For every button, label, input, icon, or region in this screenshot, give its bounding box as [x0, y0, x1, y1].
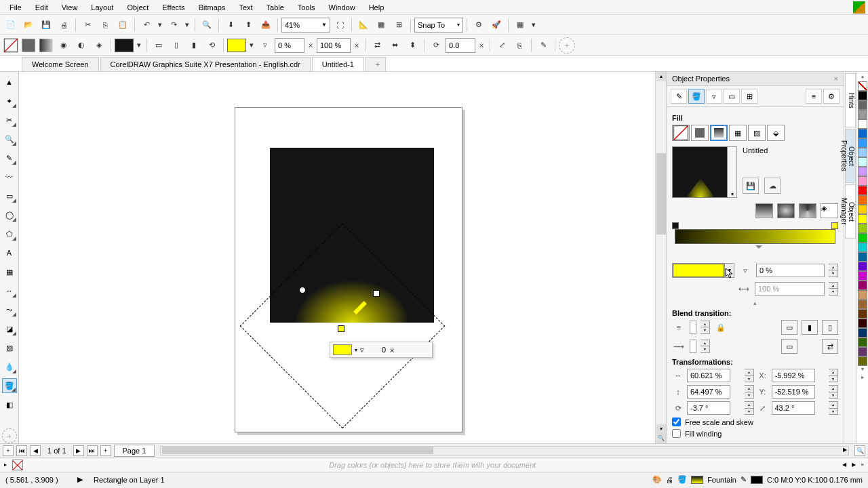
first-color-swatch[interactable]	[115, 39, 134, 52]
rulers-button[interactable]: 📐	[355, 17, 372, 33]
uniform-fill-icon[interactable]	[20, 37, 37, 54]
cut-button[interactable]: ✂	[79, 17, 96, 33]
zoom-select[interactable]: 41%▼	[281, 18, 330, 33]
smart-fill-tool[interactable]: ◧	[2, 397, 17, 412]
mirror-h-icon[interactable]: ⬌	[387, 37, 403, 54]
popup-dropdown-icon[interactable]: ▾	[355, 347, 357, 353]
table-tool[interactable]: ▦	[2, 264, 17, 279]
palette-down-button[interactable]: ▾	[861, 366, 864, 374]
fill-pattern-button[interactable]: ▦	[729, 125, 747, 141]
menu-view[interactable]: View	[55, 1, 85, 14]
palette-swatch[interactable]	[858, 129, 867, 138]
navigator-button[interactable]: 🔍	[656, 434, 666, 443]
fill-uniform-button[interactable]	[691, 125, 709, 141]
crop-tool[interactable]: ✂	[2, 113, 17, 127]
blend-direct-button[interactable]: ▭	[781, 320, 797, 335]
fill-fountain-button[interactable]	[710, 125, 728, 141]
rotate-spin[interactable]: ⨰	[477, 37, 486, 54]
hscroll-thumb[interactable]	[162, 447, 433, 454]
rail-tab-object-properties[interactable]: Object Properties	[845, 129, 856, 183]
gradient-bar[interactable]	[675, 229, 835, 244]
palette-swatch[interactable]	[858, 119, 867, 129]
height-spin[interactable]: ▴▾	[745, 385, 754, 399]
gradient-end-handle[interactable]	[373, 290, 380, 297]
width-input[interactable]	[687, 369, 730, 382]
rail-tab-object-manager[interactable]: Object Manager	[845, 184, 856, 239]
node-color-dropdown[interactable]: ▾	[248, 37, 256, 54]
snap-select[interactable]: Snap To▾	[414, 18, 463, 33]
node-color-picker[interactable]: ▾	[672, 263, 734, 278]
copy-button[interactable]: ⎘	[97, 17, 113, 33]
fill-winding-checkbox[interactable]: Fill winding	[672, 429, 838, 438]
tab-welcome[interactable]: Welcome Screen	[22, 57, 99, 71]
menu-text[interactable]: Text	[232, 1, 259, 14]
fill-swatch[interactable]	[691, 476, 703, 484]
tray-flyout-icon[interactable]: ▸	[4, 462, 7, 468]
square-fill-icon[interactable]: ◈	[91, 37, 107, 54]
blend-steps-spin[interactable]: ▴▾	[701, 321, 710, 334]
menu-layout[interactable]: Layout	[84, 1, 120, 14]
palette-flyout-button[interactable]: ▸	[861, 374, 864, 382]
palette-no-color[interactable]	[858, 81, 867, 91]
menu-window[interactable]: Window	[322, 1, 362, 14]
tray-right-button[interactable]: ▶	[852, 462, 856, 468]
palette-swatch[interactable]	[858, 338, 867, 347]
tray-no-color[interactable]	[12, 460, 23, 470]
rectangle-tool[interactable]: ▭	[2, 188, 17, 203]
copy-props-icon[interactable]: ⎘	[511, 37, 528, 54]
rotate-input[interactable]	[687, 401, 730, 415]
fill-postscript-button[interactable]: ⬙	[767, 125, 785, 141]
node-position-input[interactable]	[755, 282, 825, 296]
palette-swatch[interactable]	[858, 176, 867, 186]
reflect-icon[interactable]: ▮	[186, 37, 202, 54]
prev-page-button[interactable]: ◀	[30, 445, 41, 456]
scroll-thumb[interactable]	[656, 153, 666, 235]
swap-colors-icon[interactable]: ⇄	[369, 37, 385, 54]
reverse-icon[interactable]: ⟲	[203, 37, 220, 54]
text-tool[interactable]: A	[2, 245, 17, 260]
palette-swatch[interactable]	[858, 195, 867, 205]
tab-fill[interactable]: 🪣	[688, 89, 705, 104]
dimension-tool[interactable]: ↔	[2, 283, 17, 298]
connector-tool[interactable]: ⤳	[2, 302, 17, 317]
palette-swatch[interactable]	[858, 91, 867, 100]
height-input[interactable]	[687, 385, 730, 399]
palette-swatch[interactable]	[858, 243, 867, 252]
palette-swatch[interactable]	[858, 281, 867, 290]
undo-dropdown[interactable]: ▾	[156, 17, 164, 33]
swap-button[interactable]: ⇄	[822, 339, 838, 354]
blend-ccw-button[interactable]: ▯	[822, 320, 838, 335]
free-scale-checkbox[interactable]: Free scale and skew	[672, 418, 838, 426]
undo-button[interactable]: ↶	[138, 17, 155, 33]
toolbox-options[interactable]: +	[2, 428, 17, 443]
palette-swatch[interactable]	[858, 347, 867, 357]
menu-table[interactable]: Table	[260, 1, 291, 14]
tab-transparency[interactable]: ▿	[706, 89, 722, 104]
midpoint-slider[interactable]	[675, 245, 835, 252]
last-page-button[interactable]: ⏭	[87, 445, 98, 456]
hscroll-right-button[interactable]: ▶	[843, 447, 847, 453]
palette-swatch[interactable]	[858, 167, 867, 176]
menu-effects[interactable]: Effects	[155, 1, 191, 14]
menu-help[interactable]: Help	[362, 1, 391, 14]
linear-type-button[interactable]	[755, 203, 773, 218]
rotate-spin[interactable]: ▴▾	[745, 401, 754, 415]
close-panel-button[interactable]: ×	[834, 75, 838, 83]
node-transparency-input[interactable]	[756, 264, 825, 277]
artistic-media-tool[interactable]: 〰	[2, 169, 17, 184]
tab-scroll[interactable]: ≡	[806, 89, 822, 104]
palette-swatch[interactable]	[858, 110, 867, 119]
welcome-dropdown[interactable]: ▾	[530, 17, 538, 33]
zoom-tool[interactable]: 🔍	[2, 131, 17, 146]
palette-swatch[interactable]	[858, 271, 867, 281]
x-spin[interactable]: ▴▾	[829, 369, 838, 382]
options-button[interactable]: ⚙	[471, 17, 487, 33]
welcome-button[interactable]: ▦	[512, 17, 528, 33]
first-page-button[interactable]: ⏮	[16, 445, 27, 456]
palette-swatch[interactable]	[858, 357, 867, 366]
tab-wrap[interactable]: ⊞	[741, 89, 757, 104]
search-button[interactable]: 🔍	[199, 17, 215, 33]
popup-color-swatch[interactable]	[333, 344, 352, 355]
radial-fill-icon[interactable]: ◉	[56, 37, 72, 54]
palette-swatch[interactable]	[858, 233, 867, 243]
